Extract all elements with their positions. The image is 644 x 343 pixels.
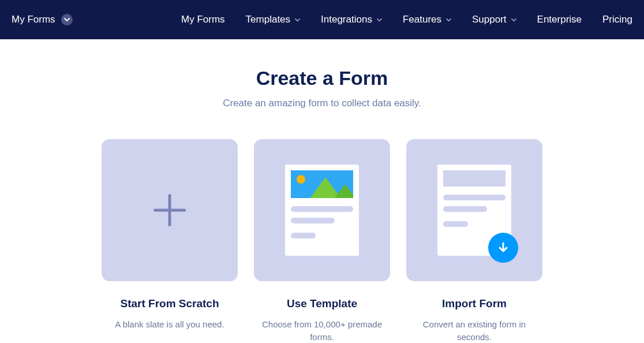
nav-left-label: My Forms [12, 14, 55, 25]
text-line-placeholder [443, 221, 468, 227]
block-placeholder [443, 170, 506, 187]
text-line-placeholder [291, 206, 353, 212]
card-import-form[interactable]: Import Form Convert an existing form in … [406, 139, 542, 343]
nav-item-pricing[interactable]: Pricing [602, 14, 632, 25]
nav-item-label: Pricing [602, 14, 632, 25]
document-mock-icon [285, 165, 359, 256]
mountain-icon [334, 184, 353, 198]
card-desc: A blank slate is all you need. [115, 318, 224, 331]
chevron-down-icon [446, 17, 451, 23]
nav-item-label: Support [472, 14, 507, 25]
chevron-down-icon [377, 17, 382, 23]
nav-item-label: Features [403, 14, 441, 25]
nav-item-label: Templates [246, 14, 290, 25]
card-desc: Convert an existing form in seconds. [408, 318, 541, 343]
card-illustration-template [254, 139, 390, 281]
nav-item-features[interactable]: Features [403, 14, 451, 25]
nav-item-support[interactable]: Support [472, 14, 516, 25]
option-cards: Start From Scratch A blank slate is all … [0, 139, 644, 343]
card-desc: Choose from 10,000+ premade forms. [256, 318, 388, 343]
text-line-placeholder [291, 233, 316, 238]
card-use-template[interactable]: Use Template Choose from 10,000+ premade… [254, 139, 390, 343]
nav-item-label: My Forms [181, 14, 225, 25]
text-line-placeholder [291, 218, 335, 223]
sun-icon [297, 175, 305, 184]
card-illustration-import [406, 139, 542, 281]
card-illustration-scratch [102, 139, 238, 281]
top-navbar: My Forms My Forms Templates Integrations… [0, 0, 644, 39]
card-title: Import Form [442, 297, 507, 310]
card-title: Start From Scratch [120, 297, 219, 310]
nav-item-integrations[interactable]: Integrations [321, 14, 382, 25]
text-line-placeholder [443, 195, 506, 200]
image-placeholder-icon [291, 170, 353, 198]
chevron-down-icon [61, 14, 73, 25]
nav-item-enterprise[interactable]: Enterprise [537, 14, 582, 25]
plus-icon [153, 194, 186, 226]
nav-item-label: Enterprise [537, 14, 582, 25]
nav-item-templates[interactable]: Templates [246, 14, 300, 25]
document-mock-icon [437, 165, 511, 256]
text-line-placeholder [443, 206, 487, 212]
nav-my-forms-dropdown[interactable]: My Forms [12, 14, 73, 25]
page-subtitle: Create an amazing form to collect data e… [0, 98, 644, 109]
download-arrow-icon [488, 233, 518, 263]
card-start-from-scratch[interactable]: Start From Scratch A blank slate is all … [102, 139, 238, 343]
chevron-down-icon [511, 17, 516, 23]
page-title: Create a Form [0, 67, 644, 90]
card-title: Use Template [287, 297, 357, 310]
nav-item-label: Integrations [321, 14, 372, 25]
nav-item-my-forms[interactable]: My Forms [181, 14, 225, 25]
main-content: Create a Form Create an amazing form to … [0, 39, 644, 343]
chevron-down-icon [295, 17, 300, 23]
nav-right: My Forms Templates Integrations Features… [181, 14, 632, 25]
